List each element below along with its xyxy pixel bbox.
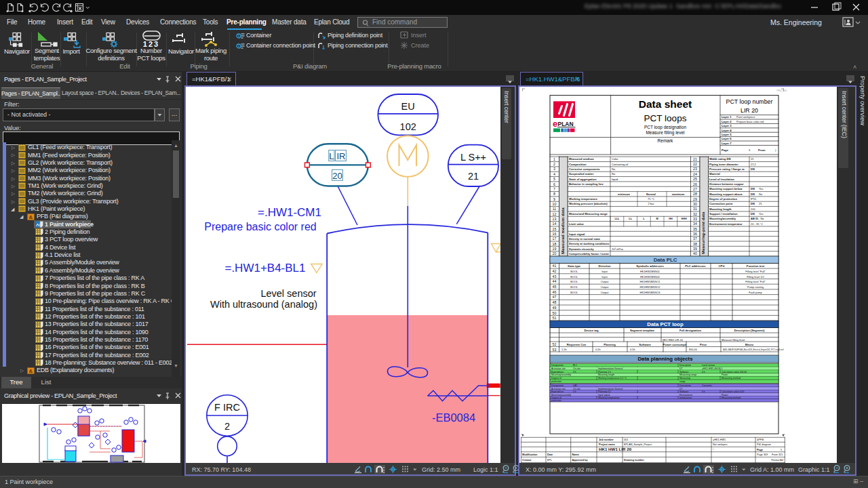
svg-text:28: 28	[693, 192, 697, 196]
svg-text:Measuring: Measuring	[679, 377, 690, 380]
svg-text:Approved by: Approved by	[572, 459, 589, 462]
svg-text:Filling level "Full": Filling level "Full"	[745, 280, 766, 283]
svg-text:Format A4: Format A4	[771, 459, 783, 462]
svg-text:0,5h: 0,5h	[595, 348, 601, 351]
svg-text:Working temperature: Working temperature	[598, 396, 620, 399]
svg-text:Software: Software	[679, 390, 688, 393]
svg-text:15: 15	[553, 227, 557, 231]
svg-text:48: 48	[553, 300, 557, 304]
svg-text:On-site: On-site	[573, 388, 580, 390]
svg-text:21: 21	[693, 157, 697, 161]
svg-text:Converter: Converter	[702, 384, 713, 387]
svg-text:18: 18	[553, 242, 557, 246]
svg-text:Requirem Con: Requirem Con	[567, 343, 587, 346]
svg-text:51: 51	[553, 316, 557, 320]
svg-text:DT: DT	[679, 388, 683, 390]
svg-text:Support / installation: Support / installation	[709, 212, 738, 216]
svg-text:Level of insulation: Level of insulation	[709, 178, 734, 181]
svg-text:40: 40	[693, 251, 697, 256]
svg-text:Designation: Designation	[551, 384, 564, 387]
svg-text:Filling level "Full": Filling level "Full"	[745, 270, 766, 273]
svg-text:800,00: 800,00	[689, 348, 698, 351]
svg-text:22: 22	[693, 162, 697, 166]
svg-text:From 321: From 321	[772, 453, 783, 456]
svg-text:Function text: Function text	[747, 264, 765, 268]
svg-text:Creator: Creator	[522, 459, 532, 462]
svg-text:34: 34	[693, 222, 697, 226]
svg-text:M: M	[656, 218, 658, 220]
svg-text:-EB0084: -EB0084	[432, 411, 475, 424]
svg-text:PRJ_004: PRJ_004	[777, 89, 787, 92]
svg-text:Degree of protection: Degree of protection	[709, 197, 737, 201]
svg-text:P&I diagram: P&I diagram	[757, 443, 771, 446]
svg-text:Activation site: Activation site	[551, 367, 566, 370]
svg-text:Output: Output	[601, 280, 610, 283]
svg-text:Net umlopen: Net umlopen	[713, 443, 728, 446]
svg-text:Measured medium: Measured medium	[569, 157, 594, 161]
svg-text:liquid: liquid	[612, 178, 618, 181]
svg-text:HK1HW1MSS02: HK1HW1MSS02	[640, 275, 660, 279]
svg-text:Price: Price	[700, 343, 707, 346]
svg-text:43: 43	[553, 274, 557, 279]
svg-text:2: 2	[553, 162, 555, 166]
svg-text:5: 5	[781, 449, 782, 451]
svg-text:Segment template: Segment template	[630, 329, 655, 332]
svg-text:EPLAN_Sample_Project: EPLAN_Sample_Project	[624, 443, 652, 446]
svg-text:PLC addresses: PLC addresses	[685, 264, 706, 268]
svg-text:Measured medium data: Measured medium data	[560, 207, 565, 254]
svg-text:12: 12	[553, 212, 557, 216]
svg-text:Environment temperatur: Environment temperatur	[709, 222, 743, 226]
svg-text:Working temperature 0-5 °: Working temperature 0-5 °C	[598, 377, 627, 380]
svg-text:23: 23	[693, 167, 697, 171]
svg-text:Measuring method: Measuring method	[722, 377, 741, 380]
svg-text:26: 26	[693, 182, 697, 186]
svg-text:L: L	[329, 151, 334, 161]
svg-text:4: 4	[553, 172, 555, 176]
svg-text:Calculation value 0,00: Calculation value 0,00	[722, 390, 744, 393]
svg-text:protection: protection	[551, 399, 561, 402]
svg-text:Material: Material	[709, 172, 720, 176]
svg-text:20 - 35 °C: 20 - 35 °C	[751, 222, 763, 226]
svg-text:Degree of: Degree of	[551, 377, 561, 380]
svg-text:25: 25	[759, 202, 762, 205]
svg-text:No: No	[612, 172, 616, 176]
svg-text:10² mPas: 10² mPas	[612, 247, 623, 251]
svg-text:Data planning objects: Data planning objects	[637, 356, 693, 362]
svg-text:Output: Output	[601, 285, 610, 289]
svg-text:State of aggregation: State of aggregation	[569, 178, 597, 181]
svg-text:10: 10	[553, 202, 557, 206]
svg-text:LL: LL	[629, 218, 632, 220]
svg-text:27,2: 27,2	[751, 163, 757, 166]
svg-text:BOOL: BOOL	[570, 275, 578, 279]
svg-text:DN: DN	[751, 192, 755, 196]
svg-text:Power: Power	[722, 394, 728, 396]
svg-text:EPL: EPL	[547, 459, 552, 462]
svg-text:Planning: Planning	[604, 343, 616, 346]
svg-text:protection: protection	[551, 380, 561, 383]
svg-text:24: 24	[693, 172, 697, 176]
svg-text:Composition: Composition	[569, 163, 587, 166]
svg-text:Planning 0,5: Planning 0,5	[598, 390, 611, 393]
svg-text:No: No	[759, 192, 763, 196]
svg-text:Working pressure (absolute): Working pressure (absolute)	[569, 202, 608, 205]
svg-text:5: 5	[553, 177, 555, 181]
svg-text:DN: DN	[751, 187, 755, 190]
svg-text:Macro: Macro	[745, 343, 754, 346]
svg-text:Degree of: Degree of	[551, 396, 561, 399]
svg-text:37: 37	[693, 237, 697, 241]
svg-text:Level sensor: Level sensor	[702, 364, 715, 367]
svg-text:Pump running: Pump running	[747, 285, 764, 289]
svg-text:Page 309: Page 309	[757, 453, 768, 456]
svg-text:Mounting/assembly: Mounting/assembly	[551, 373, 572, 376]
svg-text:35: 35	[693, 227, 697, 231]
svg-text:BOOL: BOOL	[570, 280, 578, 283]
svg-text:BOOL: BOOL	[570, 285, 578, 289]
svg-text:001: 001	[624, 439, 628, 441]
svg-text:31: 31	[693, 207, 697, 211]
svg-text:33: 33	[693, 217, 697, 221]
svg-text:21: 21	[468, 171, 479, 182]
svg-text:Description (Segment): Description (Segment)	[734, 329, 765, 332]
svg-text:52: 52	[553, 342, 557, 346]
svg-text:HH: HH	[669, 218, 673, 220]
svg-text:2 bar: 2 bar	[648, 202, 654, 205]
